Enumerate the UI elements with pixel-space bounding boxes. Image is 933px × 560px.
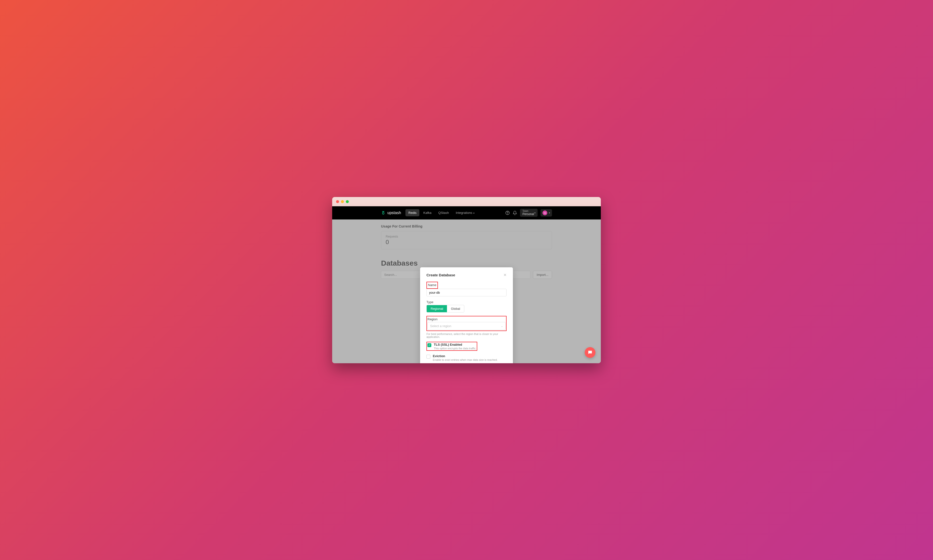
- tls-checkbox[interactable]: ✓: [427, 343, 431, 347]
- chevron-down-icon: ⌄: [501, 325, 503, 327]
- upstash-logo-icon: [381, 211, 386, 215]
- team-label: Team: [522, 210, 535, 212]
- type-global[interactable]: Global: [447, 305, 464, 312]
- create-database-modal: Create Database ✕ Name Type Regional Glo…: [420, 267, 513, 363]
- window-maximize-icon[interactable]: [346, 200, 349, 203]
- help-icon[interactable]: [505, 211, 510, 215]
- main-content: Usage For Current Billing Requests 0 Dat…: [332, 220, 601, 363]
- close-icon[interactable]: ✕: [503, 273, 507, 277]
- nav-redis[interactable]: Redis: [405, 209, 419, 216]
- tls-hint: This option encrypts the data traffic.: [434, 347, 476, 350]
- nav-qstash[interactable]: QStash: [436, 209, 452, 216]
- browser-window: upstash Redis Kafka QStash Integrations▾…: [332, 197, 601, 363]
- team-selector[interactable]: Team Personal ▾: [520, 209, 537, 217]
- team-name: Personal: [522, 212, 535, 216]
- type-toggle: Regional Global: [426, 305, 464, 312]
- avatar: ta: [542, 211, 547, 215]
- chat-bubble-icon[interactable]: [585, 347, 596, 358]
- type-regional[interactable]: Regional: [427, 305, 447, 312]
- eviction-checkbox[interactable]: [426, 355, 430, 358]
- brand-name: upstash: [387, 211, 401, 215]
- brand-logo[interactable]: upstash: [381, 211, 401, 215]
- region-placeholder: Select a region: [430, 324, 451, 328]
- chevron-down-icon: ▾: [473, 212, 474, 214]
- name-input[interactable]: [426, 289, 507, 296]
- user-menu[interactable]: ta ▾: [540, 209, 552, 217]
- window-titlebar: [332, 197, 601, 206]
- window-minimize-icon[interactable]: [341, 200, 344, 203]
- nav-kafka[interactable]: Kafka: [420, 209, 434, 216]
- modal-title: Create Database: [426, 273, 455, 277]
- region-label: Region: [427, 317, 437, 321]
- tls-label: TLS (SSL) Enabled: [434, 343, 476, 346]
- region-hint: For best performance, select the region …: [426, 332, 507, 338]
- region-select[interactable]: Select a region ⌄: [427, 322, 506, 330]
- name-label: Name: [428, 283, 436, 287]
- type-label: Type: [426, 300, 433, 304]
- eviction-label: Eviction: [433, 354, 497, 358]
- eviction-hint: Enable to evict entries when max data si…: [433, 358, 497, 361]
- chevron-down-icon: ▾: [534, 212, 536, 214]
- topbar: upstash Redis Kafka QStash Integrations▾…: [332, 206, 601, 220]
- chevron-down-icon: ▾: [549, 212, 550, 214]
- nav-integrations[interactable]: Integrations▾: [453, 209, 477, 216]
- window-close-icon[interactable]: [336, 200, 339, 203]
- notifications-icon[interactable]: [513, 211, 517, 215]
